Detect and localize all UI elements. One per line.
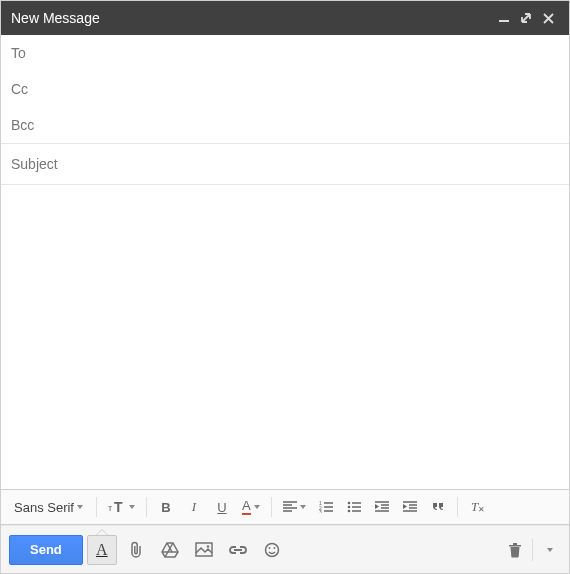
paperclip-icon xyxy=(128,541,144,559)
format-toolbar: Sans Serif тT B I U A 123 xyxy=(1,489,569,525)
svg-point-14 xyxy=(347,506,350,509)
drive-icon xyxy=(161,542,179,558)
bold-button[interactable]: B xyxy=(153,494,179,520)
svg-text:3: 3 xyxy=(319,509,322,513)
body-area xyxy=(1,185,569,489)
insert-drive-button[interactable] xyxy=(155,535,185,565)
separator xyxy=(457,497,458,517)
indent-less-button[interactable] xyxy=(369,494,395,520)
chevron-down-icon xyxy=(129,505,135,509)
more-options-button[interactable] xyxy=(539,535,561,565)
text-color-icon: A xyxy=(242,499,251,515)
numbered-list-icon: 123 xyxy=(319,501,333,513)
svg-point-39 xyxy=(273,547,275,549)
popout-icon[interactable] xyxy=(515,12,537,24)
insert-photo-button[interactable] xyxy=(189,535,219,565)
bcc-field-row[interactable]: Bcc xyxy=(1,107,569,143)
indent-more-icon xyxy=(403,501,417,513)
chevron-down-icon xyxy=(77,505,83,509)
svg-marker-28 xyxy=(403,504,407,509)
chevron-down-icon xyxy=(300,505,306,509)
action-bar: Send A xyxy=(1,525,569,573)
align-left-icon xyxy=(283,501,297,513)
svg-marker-31 xyxy=(162,543,178,557)
subject-input[interactable] xyxy=(11,156,559,172)
font-size-select[interactable]: тT xyxy=(103,494,140,520)
subject-row xyxy=(1,144,569,184)
separator xyxy=(532,539,533,561)
separator xyxy=(146,497,147,517)
insert-link-button[interactable] xyxy=(223,535,253,565)
remove-formatting-icon: T✕ xyxy=(469,500,485,514)
attach-file-button[interactable] xyxy=(121,535,151,565)
link-icon xyxy=(228,544,248,556)
font-family-label: Sans Serif xyxy=(14,500,74,515)
separator xyxy=(96,497,97,517)
svg-text:✕: ✕ xyxy=(478,505,485,514)
separator xyxy=(271,497,272,517)
quote-icon xyxy=(431,501,445,513)
emoji-icon xyxy=(264,542,280,558)
send-button[interactable]: Send xyxy=(9,535,83,565)
svg-point-13 xyxy=(347,502,350,505)
compose-title: New Message xyxy=(11,10,493,26)
recipient-fields: To Cc Bcc xyxy=(1,35,569,185)
svg-text:T: T xyxy=(114,500,123,514)
align-button[interactable] xyxy=(278,494,311,520)
formatting-toggle-icon: A xyxy=(96,541,108,559)
underline-button[interactable]: U xyxy=(209,494,235,520)
to-label: To xyxy=(11,45,26,61)
discard-draft-button[interactable] xyxy=(500,535,530,565)
compose-window: New Message To Cc Bcc Sans S xyxy=(0,0,570,574)
minimize-icon[interactable] xyxy=(493,13,515,23)
bulleted-list-button[interactable] xyxy=(341,494,367,520)
bcc-label: Bcc xyxy=(11,117,34,133)
quote-button[interactable] xyxy=(425,494,451,520)
close-icon[interactable] xyxy=(537,13,559,24)
svg-text:т: т xyxy=(108,503,112,513)
cc-field-row[interactable]: Cc xyxy=(1,71,569,107)
text-color-button[interactable]: A xyxy=(237,494,265,520)
remove-formatting-button[interactable]: T✕ xyxy=(464,494,490,520)
svg-point-37 xyxy=(265,543,278,556)
cc-label: Cc xyxy=(11,81,28,97)
font-family-select[interactable]: Sans Serif xyxy=(7,494,90,520)
svg-point-36 xyxy=(206,545,209,548)
insert-emoji-button[interactable] xyxy=(257,535,287,565)
compose-header: New Message xyxy=(1,1,569,35)
font-size-icon: тT xyxy=(108,500,126,514)
chevron-down-icon xyxy=(547,548,553,552)
body-editor[interactable] xyxy=(9,191,561,483)
trash-icon xyxy=(508,542,522,558)
formatting-toggle-button[interactable]: A xyxy=(87,535,117,565)
svg-point-15 xyxy=(347,510,350,513)
svg-rect-0 xyxy=(499,20,509,22)
numbered-list-button[interactable]: 123 xyxy=(313,494,339,520)
chevron-down-icon xyxy=(254,505,260,509)
indent-less-icon xyxy=(375,501,389,513)
indent-more-button[interactable] xyxy=(397,494,423,520)
to-field-row[interactable]: To xyxy=(1,35,569,71)
bulleted-list-icon xyxy=(347,501,361,513)
image-icon xyxy=(195,542,213,558)
svg-rect-35 xyxy=(196,543,212,556)
svg-marker-23 xyxy=(375,504,379,509)
svg-point-38 xyxy=(268,547,270,549)
italic-button[interactable]: I xyxy=(181,494,207,520)
